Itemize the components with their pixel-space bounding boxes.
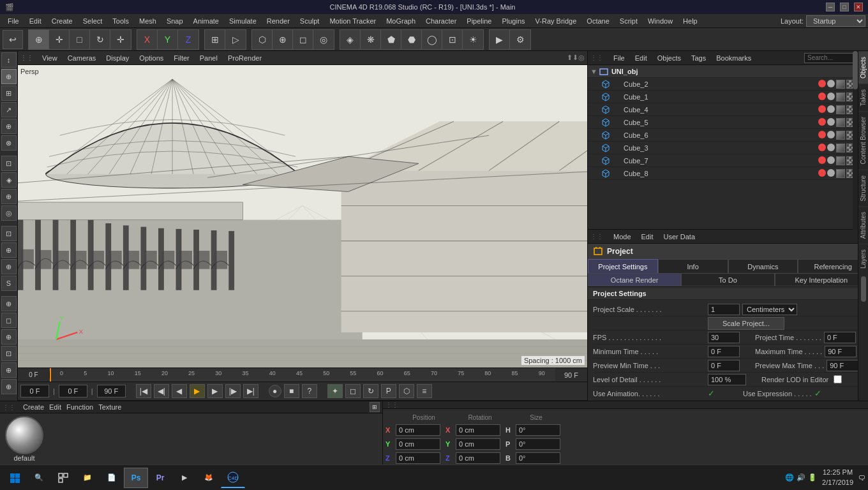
menu-snap[interactable]: Snap <box>161 16 188 26</box>
record-help-btn[interactable]: ? <box>302 384 317 398</box>
autokey-btn[interactable]: P <box>381 384 396 398</box>
time-current-field[interactable] <box>59 385 87 397</box>
menu-tools[interactable]: Tools <box>107 16 134 26</box>
step-back-btn[interactable]: ◀ <box>172 384 187 398</box>
x-axis-btn[interactable]: X <box>137 30 158 49</box>
sphere-btn[interactable]: ❋ <box>361 30 381 49</box>
menu-mesh[interactable]: Mesh <box>134 16 161 26</box>
left-tool-10[interactable]: ◎ <box>1 205 17 221</box>
side-tab-objects[interactable]: Objects <box>858 51 868 84</box>
key-settings-btn[interactable]: ↻ <box>363 384 378 398</box>
time-end-field[interactable] <box>97 385 126 397</box>
menu-plugins[interactable]: Plugins <box>497 16 530 26</box>
left-tool-3[interactable]: ⊞ <box>1 85 17 101</box>
record-btn[interactable]: ⬡ <box>252 30 273 49</box>
z-axis-btn[interactable]: Z <box>178 30 198 49</box>
max-time-input[interactable] <box>825 346 857 357</box>
left-tool-19[interactable]: ⊕ <box>1 362 17 378</box>
next-btn[interactable]: ◎ <box>313 30 334 49</box>
menu-vray[interactable]: V-Ray Bridge <box>530 16 582 26</box>
next-key-btn[interactable]: |▶ <box>225 384 241 398</box>
left-tool-18[interactable]: ⊡ <box>1 346 17 361</box>
viewport[interactable]: Persp <box>18 65 587 368</box>
move-tool-btn[interactable]: ✛ <box>49 30 70 49</box>
left-tool-1[interactable]: ↕ <box>1 52 17 68</box>
key-remove-btn[interactable]: ◻ <box>345 384 361 398</box>
left-tool-5[interactable]: ⊕ <box>1 119 17 134</box>
left-tool-4[interactable]: ↗ <box>1 102 17 117</box>
go-end-btn[interactable]: ▶| <box>243 384 258 398</box>
mat-create[interactable]: Create <box>23 403 44 411</box>
select-tool-btn[interactable]: ⊕ <box>29 30 49 49</box>
prev-key-btn[interactable]: ◀| <box>154 384 169 398</box>
tab-key-interp[interactable]: Key Interpolation <box>775 273 868 286</box>
obj-scrollbar[interactable] <box>853 51 858 230</box>
obj-row-cube5[interactable]: Cube_5 <box>588 116 858 129</box>
min-time-input[interactable] <box>708 346 740 357</box>
right-scroll-thumb[interactable] <box>861 276 866 302</box>
free-transform-btn[interactable]: ✛ <box>110 30 131 49</box>
menu-pipeline[interactable]: Pipeline <box>461 16 497 26</box>
mat-function[interactable]: Function <box>66 403 93 411</box>
left-tool-17[interactable]: ⊕ <box>1 329 17 345</box>
render-lod-check[interactable] <box>834 375 842 383</box>
om-bookmarks[interactable]: Bookmarks <box>714 54 754 63</box>
go-start-btn[interactable]: |◀ <box>136 384 151 398</box>
menu-simulate[interactable]: Simulate <box>224 16 262 26</box>
time-start-field[interactable] <box>20 385 49 397</box>
files-btn[interactable]: 📄 <box>100 468 124 488</box>
menu-octane[interactable]: Octane <box>581 16 614 26</box>
left-tool-16[interactable]: ◻ <box>1 313 17 328</box>
menu-select[interactable]: Select <box>78 16 108 26</box>
vt-filter[interactable]: Filter <box>170 54 193 63</box>
om-search-input[interactable] <box>804 53 855 63</box>
coord-z-rot[interactable] <box>456 452 500 464</box>
project-scale-unit[interactable]: Centimeters Meters <box>742 304 797 315</box>
render-btn[interactable]: ▶ <box>490 30 510 49</box>
search-btn[interactable]: 🔍 <box>27 468 51 488</box>
coord-y-pos[interactable] <box>396 438 440 450</box>
prev-max-input[interactable] <box>827 360 858 371</box>
render-settings-btn[interactable]: ⚙ <box>510 30 530 49</box>
obj-row-uniobj[interactable]: ▼ UNI_obj <box>588 65 858 78</box>
menu-motion-tracker[interactable]: Motion Tracker <box>324 16 381 26</box>
side-tab-attributes[interactable]: Attributes <box>858 206 868 244</box>
left-tool-2[interactable]: ⊕ <box>1 69 17 84</box>
left-tool-11[interactable]: ⊡ <box>1 226 17 241</box>
play-btn[interactable]: ⊕ <box>273 30 293 49</box>
vt-panel[interactable]: Panel <box>196 54 221 63</box>
side-tab-takes[interactable]: Takes <box>858 84 868 111</box>
cylinder-btn[interactable]: ⬟ <box>381 30 401 49</box>
mat-view-btn[interactable]: ⊞ <box>370 402 380 412</box>
menu-character[interactable]: Character <box>421 16 461 26</box>
plane-btn[interactable]: ◯ <box>422 30 442 49</box>
coord-y-rot[interactable] <box>456 438 500 450</box>
mat-edit[interactable]: Edit <box>49 403 61 411</box>
tab-octane-render[interactable]: Octane Render <box>588 273 681 286</box>
lod-input[interactable] <box>708 374 746 385</box>
timeline-area[interactable]: 0 F 051015202530354045505560657075808590… <box>18 368 587 382</box>
tab-project-settings[interactable]: Project Settings <box>588 259 658 273</box>
menu-animate[interactable]: Animate <box>188 16 224 26</box>
start-btn[interactable] <box>3 468 27 488</box>
vt-prorender[interactable]: ProRender <box>224 54 266 63</box>
null-btn[interactable]: ⊡ <box>442 30 463 49</box>
prev-min-input[interactable] <box>708 360 740 371</box>
left-tool-13[interactable]: ⊕ <box>1 259 17 274</box>
vt-display[interactable]: Display <box>102 54 133 63</box>
fps-input[interactable] <box>708 332 740 343</box>
project-scale-input[interactable] <box>708 304 740 315</box>
tab-info[interactable]: Info <box>658 259 728 273</box>
y-axis-btn[interactable]: Y <box>158 30 178 49</box>
coord-x-rot[interactable] <box>456 424 500 436</box>
left-tool-12[interactable]: ⊕ <box>1 242 17 258</box>
rotate-tool-btn[interactable]: ↻ <box>90 30 110 49</box>
maximize-btn[interactable]: □ <box>840 3 849 11</box>
at-userdata[interactable]: User Data <box>661 232 698 241</box>
menu-edit[interactable]: Edit <box>24 16 47 26</box>
menu-mograph[interactable]: MoGraph <box>381 16 421 26</box>
side-tab-layers[interactable]: Layers <box>858 244 868 274</box>
mat-texture[interactable]: Texture <box>98 403 121 411</box>
layout-dropdown[interactable]: Startup Standard <box>806 15 865 27</box>
explorer-btn[interactable]: 📁 <box>75 468 100 488</box>
